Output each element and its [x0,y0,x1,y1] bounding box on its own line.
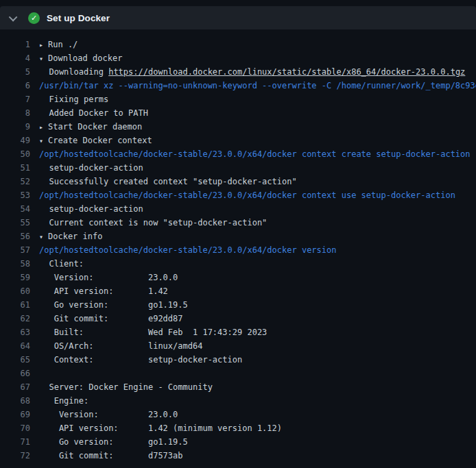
log-line: 60 API version: 1.42 [0,284,476,298]
line-number[interactable]: 6 [0,79,30,93]
log-text: Go version: go1.19.5 [39,300,188,310]
log-text: Successfully created context "setup-dock… [39,177,297,186]
log-text: Version: 23.0.0 [39,410,178,419]
log-text: Context: setup-docker-action [39,355,242,365]
line-number[interactable]: 55 [0,216,30,230]
log-text: API version: 1.42 [39,286,168,296]
line-number[interactable]: 60 [0,284,30,298]
log-group-header[interactable]: 1▸Run ./ [0,38,476,51]
line-number[interactable]: 8 [0,106,30,120]
line-number[interactable]: 1 [0,38,30,51]
line-content: /usr/bin/tar xz --warning=no-unknown-key… [39,81,476,90]
log-text: Client: [39,259,84,269]
log-group-header[interactable]: 49▾Create Docker context [0,134,476,147]
log-line: 68 Engine: [0,394,476,408]
line-number[interactable]: 62 [0,312,30,325]
log-line: 72 Git commit: d7573ab [0,449,476,463]
line-number[interactable]: 57 [0,243,30,257]
line-number[interactable]: 56 [0,230,30,243]
log-line: 59 Version: 23.0.0 [0,271,476,284]
line-number[interactable]: 58 [0,257,30,271]
step-title: Set up Docker [47,13,110,23]
log-line: 53/opt/hostedtoolcache/docker-stable/23.… [0,188,476,202]
log-text: setup-docker-action [39,163,143,173]
line-content: Version: 23.0.0 [39,410,178,419]
line-number[interactable]: 49 [0,134,30,147]
line-number[interactable]: 7 [0,93,30,106]
line-number[interactable]: 63 [0,325,30,339]
line-content: Built: Wed Feb 1 17:43:29 2023 [39,328,267,337]
log-text: Go version: go1.19.5 [39,437,188,447]
log-line: 58 Client: [0,257,476,271]
line-number[interactable]: 68 [0,394,30,408]
line-content: API version: 1.42 (minimum version 1.12) [39,423,282,433]
line-content: ▸Run ./ [39,40,78,49]
line-content: Version: 23.0.0 [39,273,178,282]
line-number[interactable]: 69 [0,408,30,421]
log-group-header[interactable]: 4▾Download docker [0,51,476,65]
log-text: Server: Docker Engine - Community [39,382,213,392]
line-number[interactable]: 52 [0,175,30,188]
line-number[interactable]: 9 [0,120,30,134]
line-number[interactable]: 64 [0,339,30,353]
log-line: 67 Server: Docker Engine - Community [0,380,476,394]
log-line: 50/opt/hostedtoolcache/docker-stable/23.… [0,147,476,161]
line-number[interactable]: 51 [0,161,30,175]
line-number[interactable]: 66 [0,367,30,380]
log-text: Git commit: e92dd87 [39,314,183,323]
log-line: 51 setup-docker-action [0,161,476,175]
log-line: 65 Context: setup-docker-action [0,353,476,367]
line-number[interactable]: 72 [0,449,30,463]
line-number[interactable]: 59 [0,271,30,284]
line-number[interactable]: 5 [0,65,30,79]
log-line: 66 [0,367,476,380]
command-text: /usr/bin/tar xz --warning=no-unknown-key… [39,81,476,90]
line-number[interactable]: 53 [0,188,30,202]
line-content: /opt/hostedtoolcache/docker-stable/23.0.… [39,245,336,255]
log-group-header[interactable]: 9▸Start Docker daemon [0,120,476,134]
triangle-down-icon: ▾ [39,134,48,147]
line-number[interactable]: 71 [0,435,30,449]
log-text: API version: 1.42 (minimum version 1.12) [39,423,282,433]
line-number[interactable]: 67 [0,380,30,394]
log-line: 69 Version: 23.0.0 [0,408,476,421]
log-text: Git commit: d7573ab [39,451,183,460]
chevron-down-icon[interactable] [9,12,18,21]
line-content: Git commit: e92dd87 [39,314,183,323]
line-number[interactable]: 50 [0,147,30,161]
line-number[interactable]: 4 [0,51,30,65]
line-content: Go version: go1.19.5 [39,437,188,447]
log-line: 70 API version: 1.42 (minimum version 1.… [0,421,476,435]
line-content: /opt/hostedtoolcache/docker-stable/23.0.… [39,149,471,159]
line-content: Server: Docker Engine - Community [39,382,213,392]
log-lines: 1▸Run ./4▾Download docker5 Downloading h… [0,29,476,463]
command-text: /opt/hostedtoolcache/docker-stable/23.0.… [39,190,455,200]
log-text: Version: 23.0.0 [39,273,178,282]
line-number[interactable]: 70 [0,421,30,435]
step-header[interactable]: ✓ Set up Docker [0,6,476,29]
log-line: 71 Go version: go1.19.5 [0,435,476,449]
line-content: Client: [39,259,84,269]
log-text: setup-docker-action [39,204,143,214]
triangle-down-icon: ▾ [39,230,48,243]
log-line: 57/opt/hostedtoolcache/docker-stable/23.… [0,243,476,257]
log-link[interactable]: https://download.docker.com/linux/static… [108,67,465,77]
log-text: Engine: [39,396,88,406]
line-number[interactable]: 54 [0,202,30,216]
line-number[interactable]: 65 [0,353,30,367]
line-content: setup-docker-action [39,163,143,173]
log-line: 63 Built: Wed Feb 1 17:43:29 2023 [0,325,476,339]
log-group-header[interactable]: 56▾Docker info [0,230,476,243]
line-content: Context: setup-docker-action [39,355,242,365]
line-content: OS/Arch: linux/amd64 [39,341,202,351]
line-number[interactable]: 61 [0,298,30,312]
log-text: Added Docker to PATH [39,108,148,118]
line-content: Fixing perms [39,95,108,104]
log-line: 8 Added Docker to PATH [0,106,476,120]
log-line: 6/usr/bin/tar xz --warning=no-unknown-ke… [0,79,476,93]
log-line: 52 Successfully created context "setup-d… [0,175,476,188]
check-circle-icon: ✓ [28,12,40,24]
line-content: ▾Docker info [39,232,102,241]
log-line: 5 Downloading https://download.docker.co… [0,65,476,79]
log-text: Run ./ [48,40,78,49]
